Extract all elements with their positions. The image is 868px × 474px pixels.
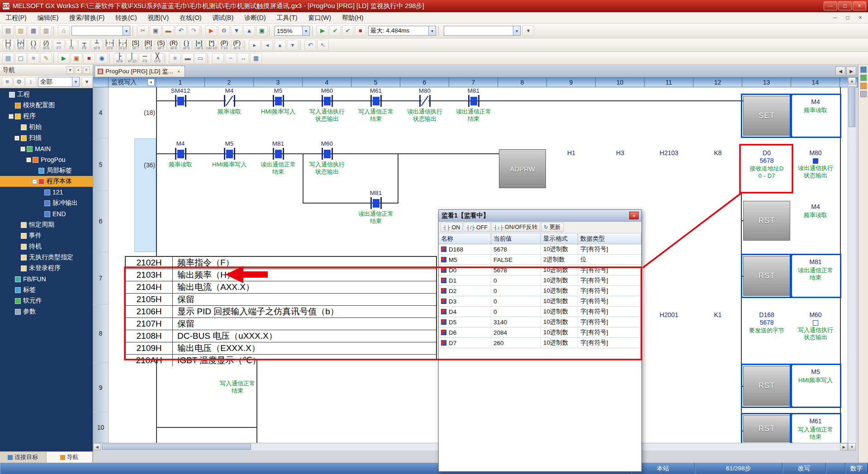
expander-icon[interactable]: − xyxy=(26,157,31,162)
scroll-down-button[interactable]: ▼ xyxy=(848,443,856,450)
scroll-left-button[interactable]: ◀ xyxy=(93,443,101,450)
more-dropdown-icon[interactable]: ▾ xyxy=(522,25,534,36)
ladder-row-number-9[interactable]: 9 xyxy=(93,363,108,412)
comment-display-icon[interactable]: ≡ xyxy=(169,53,181,64)
tree-item-121[interactable]: 121 xyxy=(0,187,93,198)
check-ok-icon[interactable]: ✔ xyxy=(329,25,341,36)
coil-operand-M4[interactable]: M4频率读取 xyxy=(792,96,839,136)
coil-SET[interactable]: SET xyxy=(743,96,790,136)
ladder-closed-coil-button[interactable]: (/)sF6 xyxy=(40,40,52,51)
open-icon[interactable]: ▨ xyxy=(15,25,27,36)
expander-icon[interactable]: − xyxy=(20,147,25,152)
coil-operand-M5[interactable]: M5HMI频率写入 xyxy=(792,366,839,406)
watch-row-D1[interactable]: D1010进制数字[有符号] xyxy=(439,275,641,286)
monitor-write-icon[interactable]: ▣ xyxy=(71,53,82,64)
menu-item-6[interactable]: 调试(B) xyxy=(207,12,239,24)
tree-item-scan[interactable]: −扫描 xyxy=(0,133,93,143)
tree-item-local-label[interactable]: 局部标签 xyxy=(0,165,93,176)
expander-icon[interactable]: − xyxy=(32,179,37,184)
menu-item-9[interactable]: 窗口(W) xyxy=(303,12,337,24)
hscroll-thumb[interactable] xyxy=(102,444,251,450)
ladder-coil-button[interactable]: ( )F6 xyxy=(28,40,39,51)
dropdown-arrow-icon[interactable]: ▾ xyxy=(302,26,309,35)
monitor-stop-icon[interactable]: ■ xyxy=(83,53,95,64)
result-panel-icon[interactable] xyxy=(860,83,867,89)
watch-row-D3[interactable]: D3010进制数字[有符号] xyxy=(439,296,641,307)
menu-item-5[interactable]: 在线(O) xyxy=(174,12,207,24)
tree-item-program-body[interactable]: −程序本体 xyxy=(0,176,93,187)
pointer-icon[interactable]: ↖ xyxy=(317,40,329,51)
contact-SM412[interactable]: SM412 xyxy=(156,87,205,132)
insert-row-icon[interactable]: ▸ xyxy=(249,40,261,51)
write-to-plc-icon[interactable]: ▼ xyxy=(231,25,242,36)
delete-col-icon[interactable]: ▾ xyxy=(287,40,299,51)
mode-dropdown-icon[interactable]: ▾ xyxy=(147,79,155,86)
nav-settings-icon[interactable]: ⚙ xyxy=(14,77,24,87)
watch-row-M5[interactable]: M5FALSE2进制数位 xyxy=(439,255,641,265)
ladder-row-number-7[interactable]: 7 xyxy=(93,252,108,304)
ladder-vline-button[interactable]: │F8 xyxy=(66,40,77,51)
scroll-right-button[interactable]: ▶ xyxy=(840,443,848,450)
dropdown-arrow-icon[interactable]: ▾ xyxy=(123,26,130,35)
tab-connection-target[interactable]: 连接目标 xyxy=(0,452,47,463)
nav-close-icon[interactable]: × xyxy=(83,66,90,74)
run-icon[interactable]: ▶ xyxy=(317,25,328,36)
tree-item-device[interactable]: 软元件 xyxy=(0,295,93,306)
help-icon[interactable]: ⌂ xyxy=(58,25,70,36)
delete-row-icon[interactable]: ◂ xyxy=(261,40,273,51)
tree-item-main[interactable]: −MAIN xyxy=(0,143,93,154)
operand-M80[interactable]: M80读出通信执行状态输出 xyxy=(791,149,840,204)
ladder-set-button[interactable]: [S]sF7 xyxy=(130,40,142,51)
ladder-set-coil-button[interactable]: (S)aF7 xyxy=(155,40,167,51)
new-file-icon[interactable]: ▤ xyxy=(2,25,14,36)
ladder-compare-button[interactable]: [=]caF5 xyxy=(193,40,205,51)
tree-item-progpou[interactable]: −ProgPou xyxy=(0,154,93,165)
device-list-icon[interactable]: ▦ xyxy=(250,53,262,64)
watch-tool-button-0[interactable]: ┤├ON xyxy=(441,223,463,232)
contact-M81[interactable]: M81读出通信正常结束 xyxy=(351,189,401,234)
watch-column-header-2[interactable]: 显示格式 xyxy=(541,233,578,244)
document-tab[interactable]: ProgPou [PRG] [LD] 监... × xyxy=(95,66,185,77)
note-display-icon[interactable]: ▭ xyxy=(194,53,206,64)
instruction-block-ADPRW[interactable]: ADPRW xyxy=(499,149,546,188)
zoom-combo[interactable]: 155%▾ xyxy=(275,26,310,36)
coil-RST[interactable]: RST xyxy=(743,366,790,406)
line-vertical-button[interactable]: │sF10 xyxy=(126,53,138,64)
operand-H2103[interactable]: H2103 xyxy=(645,149,693,204)
tree-item-end[interactable]: END xyxy=(0,209,93,219)
tab-scroll-button-0[interactable]: ◀ xyxy=(835,66,845,76)
watch-tool-button-2[interactable]: ┤↕├ON/OFF反转 xyxy=(491,223,540,232)
menu-item-2[interactable]: 搜索/替换(F) xyxy=(64,12,110,24)
coil-RST[interactable]: RST xyxy=(743,201,790,241)
watch-column-header-1[interactable]: 当前值 xyxy=(491,233,541,244)
contact-M60[interactable]: M60写入通信执行状态输出 xyxy=(302,87,352,132)
dropdown-arrow-icon[interactable]: ▾ xyxy=(72,77,79,86)
menu-item-7[interactable]: 诊断(D) xyxy=(239,12,271,24)
line-delete-button[interactable]: ╳cF9 xyxy=(152,53,163,64)
watch-row-D0[interactable]: D0567810进制数字[有符号] xyxy=(439,265,641,275)
minimize-button[interactable]: ─ xyxy=(824,1,837,10)
scroll-up-button[interactable]: ▲ xyxy=(848,77,856,85)
mdi-control-0[interactable]: ─ xyxy=(830,12,840,24)
watch-tool-button-3[interactable]: ↻更新 xyxy=(541,223,563,232)
cut-icon[interactable]: ✂ xyxy=(137,25,149,36)
tree-item-fbfun[interactable]: FB/FUN xyxy=(0,274,93,284)
close-button[interactable]: × xyxy=(853,1,866,10)
zoom-out-icon[interactable]: − xyxy=(225,53,237,64)
watch-row-D168[interactable]: D168567810进制数字[有符号] xyxy=(439,244,641,255)
inline-st-icon[interactable]: ≡ xyxy=(28,53,39,64)
ladder-instruction-button[interactable]: { }aF5 xyxy=(180,40,192,51)
monitor-start-icon[interactable]: ▶ xyxy=(58,53,70,64)
watch-row-D4[interactable]: D4010进制数字[有符号] xyxy=(439,307,641,317)
check-ok2-icon[interactable]: ✔ xyxy=(342,25,354,36)
tab-scroll-button-1[interactable]: ▶ xyxy=(846,66,856,76)
tree-item-no-exec-type[interactable]: 无执行类型指定 xyxy=(0,252,93,263)
menu-item-8[interactable]: 工具(T) xyxy=(271,12,303,24)
coil-operand-M81[interactable]: M81读出通信正常结束 xyxy=(792,256,839,296)
cross-reference-icon[interactable]: ↔ xyxy=(237,53,249,64)
tree-item-label[interactable]: 标签 xyxy=(0,284,93,295)
tree-item-event[interactable]: 事件 xyxy=(0,230,93,241)
ladder-branch-button[interactable]: ┬F9 xyxy=(78,40,90,51)
watch-select-combo[interactable]: ▾ xyxy=(444,26,521,36)
ladder-rising-button[interactable]: ├↑┤cF9 xyxy=(104,40,116,51)
